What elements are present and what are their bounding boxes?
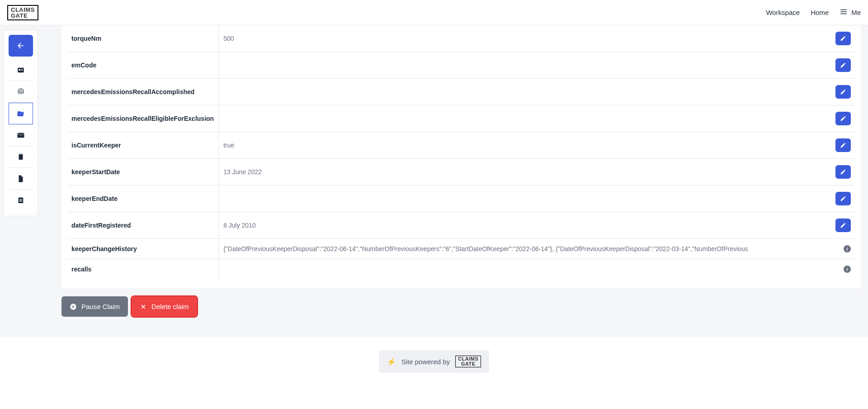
pencil-icon: [840, 195, 846, 202]
brand-line1: CLAIMS: [11, 7, 35, 13]
table-row: mercedesEmissionsRecallEligibleForExclus…: [67, 105, 855, 132]
edit-button[interactable]: [835, 112, 851, 125]
edit-button[interactable]: [835, 85, 851, 99]
id-card-icon: [17, 66, 25, 74]
table-row: recallsi: [67, 259, 855, 280]
pause-claim-button[interactable]: Pause Claim: [61, 296, 128, 317]
sidebar-item-messages[interactable]: [9, 124, 33, 146]
pencil-icon: [840, 142, 846, 148]
action-row: Pause Claim Delete claim: [61, 296, 861, 317]
brand-logo[interactable]: CLAIMS GATE: [7, 5, 38, 20]
row-value: i: [219, 259, 855, 280]
edit-button[interactable]: [835, 192, 851, 205]
svg-rect-4: [18, 67, 24, 72]
svg-rect-5: [19, 69, 21, 70]
row-key: isCurrentKeeper: [67, 132, 219, 159]
pencil-icon: [840, 89, 846, 95]
table-row: keeperStartDate13 June 2022: [67, 159, 855, 185]
table-row: dateFirstRegistered8 July 2010: [67, 212, 855, 239]
table-row: isCurrentKeepertrue: [67, 132, 855, 159]
claim-data-card: torqueNm500emCodemercedesEmissionsRecall…: [61, 25, 861, 288]
row-value: [219, 52, 828, 79]
fingerprint-icon: [17, 88, 25, 96]
table-row: keeperChangeHistory{"DateOfPreviousKeepe…: [67, 239, 855, 259]
svg-point-17: [70, 304, 76, 309]
sidebar-item-identity[interactable]: [9, 81, 33, 103]
file-icon: [17, 175, 25, 183]
edit-button[interactable]: [835, 138, 851, 152]
svg-rect-6: [21, 69, 23, 69]
table-row: emCode: [67, 52, 855, 79]
row-value: true: [219, 132, 828, 159]
row-key: recalls: [67, 259, 219, 280]
pencil-icon: [840, 169, 846, 175]
sidebar-item-profile[interactable]: [9, 59, 33, 81]
sidebar-back-button[interactable]: [9, 35, 33, 57]
notepad-icon: [17, 196, 25, 204]
pencil-icon: [840, 115, 846, 122]
row-key: mercedesEmissionsRecallEligibleForExclus…: [67, 105, 219, 132]
pause-icon: [70, 303, 77, 310]
nav-right: Workspace Home Me: [766, 8, 861, 17]
edit-button[interactable]: [835, 165, 851, 179]
delete-label: Delete claim: [151, 303, 189, 310]
bolt-icon: ⚡: [387, 357, 396, 366]
nav-workspace[interactable]: Workspace: [766, 9, 800, 16]
claim-data-table: torqueNm500emCodemercedesEmissionsRecall…: [67, 25, 855, 279]
top-nav: CLAIMS GATE Workspace Home Me: [0, 0, 868, 25]
nav-me-label: Me: [851, 9, 861, 16]
main-content: torqueNm500emCodemercedesEmissionsRecall…: [54, 25, 868, 330]
pencil-icon: [840, 35, 846, 42]
sidebar-item-notes[interactable]: [9, 190, 33, 211]
pencil-icon: [840, 62, 846, 68]
pause-label: Pause Claim: [81, 303, 120, 310]
svg-rect-9: [20, 153, 22, 154]
delete-claim-button[interactable]: Delete claim: [132, 296, 197, 317]
row-value: [219, 105, 828, 132]
footer-pill[interactable]: ⚡ Site powered by CLAIMS GATE: [379, 350, 490, 373]
table-row: keeperEndDate: [67, 185, 855, 212]
row-key: keeperChangeHistory: [67, 239, 219, 259]
row-value: 500: [219, 25, 828, 52]
info-icon[interactable]: i: [844, 245, 851, 252]
footer-brand-line2: GATE: [458, 361, 478, 366]
clipboard-icon: [17, 153, 25, 161]
footer: ⚡ Site powered by CLAIMS GATE: [0, 337, 868, 409]
sidebar-item-document[interactable]: [9, 168, 33, 190]
nav-home[interactable]: Home: [811, 9, 829, 16]
row-key: dateFirstRegistered: [67, 212, 219, 239]
brand-line2: GATE: [11, 13, 35, 19]
envelope-icon: [17, 131, 25, 139]
row-key: keeperStartDate: [67, 159, 219, 185]
svg-rect-18: [72, 305, 73, 308]
row-key: emCode: [67, 52, 219, 79]
close-icon: [140, 303, 147, 310]
row-value: 8 July 2010: [219, 212, 828, 239]
row-value: 13 June 2022: [219, 159, 828, 185]
footer-text: Site powered by: [401, 358, 450, 366]
svg-rect-8: [19, 154, 23, 160]
edit-button[interactable]: [835, 58, 851, 72]
nav-me[interactable]: Me: [840, 8, 861, 17]
row-value: [219, 185, 828, 212]
edit-button[interactable]: [835, 32, 851, 45]
row-value: [219, 79, 828, 105]
row-key: keeperEndDate: [67, 185, 219, 212]
edit-button[interactable]: [835, 219, 851, 232]
info-icon[interactable]: i: [844, 266, 851, 273]
hamburger-icon: [840, 8, 848, 17]
footer-logo: CLAIMS GATE: [455, 356, 481, 367]
row-key: mercedesEmissionsRecallAccomplished: [67, 79, 219, 105]
svg-rect-19: [74, 305, 74, 308]
table-row: torqueNm500: [67, 25, 855, 52]
table-row: mercedesEmissionsRecallAccomplished: [67, 79, 855, 105]
sidebar-item-clipboard[interactable]: [9, 146, 33, 168]
svg-rect-7: [21, 70, 23, 71]
pencil-icon: [840, 222, 846, 228]
left-sidebar: [4, 30, 38, 216]
row-value: {"DateOfPreviousKeeperDisposal":"2022-06…: [219, 239, 855, 259]
row-key: torqueNm: [67, 25, 219, 52]
folder-open-icon: [17, 109, 25, 118]
sidebar-item-files[interactable]: [9, 103, 33, 124]
